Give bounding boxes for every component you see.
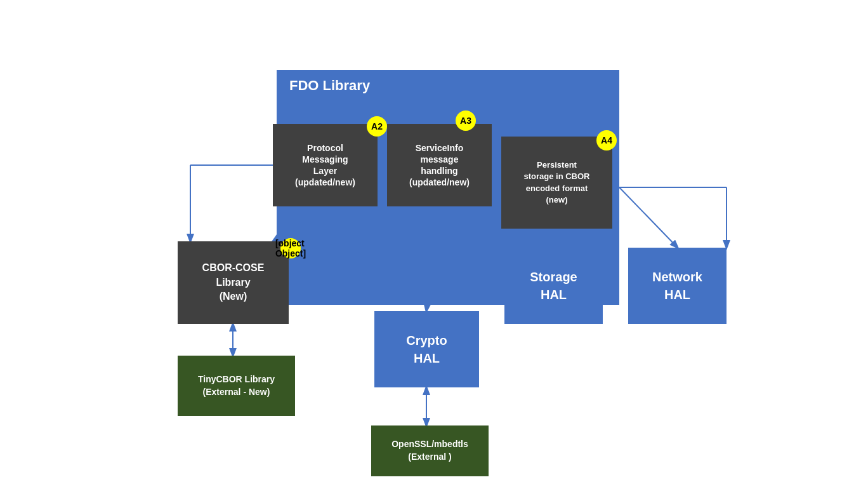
diagram: FDO Library Protocol Messaging Layer (up… [0, 0, 868, 489]
badge-a2: A2 [367, 116, 387, 137]
crypto-hal-box: Crypto HAL [374, 311, 479, 387]
network-hal-box: Network HAL [628, 248, 727, 324]
protocol-messaging-box: Protocol Messaging Layer (updated/new) [273, 124, 378, 206]
openssl-box: OpenSSL/mbedtls (External ) [371, 425, 489, 476]
svg-line-0 [619, 187, 678, 248]
storage-hal-box: Storage HAL [504, 248, 603, 324]
badge-a3: A3 [456, 111, 476, 131]
cbor-cose-box: CBOR-COSE Library (New) [178, 241, 289, 324]
badge-a4: A4 [596, 130, 617, 151]
persistent-storage-box: Persistent storage in CBOR encoded forma… [501, 137, 612, 229]
tinycbor-box: TinyCBOR Library (External - New) [178, 356, 295, 416]
serviceinfo-box: ServiceInfo message handling (updated/ne… [387, 124, 492, 206]
badge-a1: [object Object] [280, 238, 301, 258]
